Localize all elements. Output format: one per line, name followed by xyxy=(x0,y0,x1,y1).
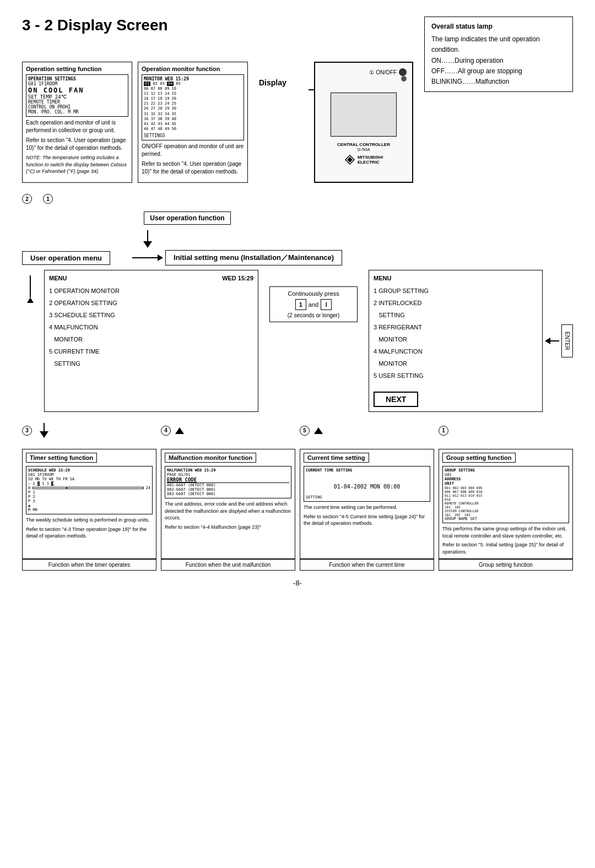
menu-header-row: User operation menu Initial setting menu… xyxy=(22,250,573,265)
current-time-desc: The current time setting can be performe… xyxy=(304,504,430,511)
current-time-refer: Refer to section "4-5 Current time setti… xyxy=(304,513,430,527)
operation-setting-lcd: OPERATION SETTINGS G01 1F1ROOM ON COOL F… xyxy=(26,74,128,117)
page-number: -8- xyxy=(22,579,573,587)
operation-monitor-lcd: MONITOR WED 15:29 01 02 03 04 05 06 07 0… xyxy=(142,74,244,140)
bottom-section: 3 4 5 1 Timer setting function xyxy=(22,423,573,571)
user-op-function-section: 2 1 User operation function xyxy=(22,194,573,225)
menu-boxes-row: MENU WED 15:29 1 OPERATION MONITOR 2 OPE… xyxy=(44,270,573,412)
lcd-op-line3: ON COOL FAN xyxy=(28,86,126,94)
controller-dot xyxy=(401,76,407,82)
init-item-4: 4 MALFUNCTION MONITOR xyxy=(374,345,538,370)
footer-group: Group setting function xyxy=(439,559,573,571)
group-func-box: Group setting function GROUP SETTING G01… xyxy=(439,449,573,559)
malfunction-lcd: MALFUNCTION WED 15:29 PAGE 01/01 ERROR C… xyxy=(165,466,291,498)
menu-panel-header: MENU WED 15:29 xyxy=(49,275,253,281)
current-time-func-title: Current time setting xyxy=(304,453,369,463)
on-off-label: ① ON/OFF xyxy=(369,68,407,76)
op-setting-desc2: Refer to section "4. User operation (pag… xyxy=(26,137,128,152)
next-box: NEXT xyxy=(374,392,418,407)
current-time-lcd: CURRENT TIME SETTING 01-04-2002 MON 00:0… xyxy=(304,466,430,502)
display-device-area: Display ① ON/OFF CENTRAL CONTROLLER G-50… xyxy=(259,62,573,183)
user-op-function-box: User operation function xyxy=(144,211,230,225)
timer-func-box: Timer setting function SCHEDULE WED 15:2… xyxy=(22,449,156,559)
controller-model: G-50A xyxy=(357,147,370,152)
menu-item-4: 4 MALFUNCTION MONITOR xyxy=(49,321,253,345)
flow-section: User operation menu Initial setting menu… xyxy=(22,230,573,412)
enter-area: ENTER xyxy=(548,270,573,412)
operation-monitor-title: Operation monitor function xyxy=(142,66,244,72)
monitor-settings-btn: SETTINGS xyxy=(144,133,242,138)
controller-label: CENTRAL CONTROLLER xyxy=(337,142,390,147)
bottom-functions-row: Timer setting function SCHEDULE WED 15:2… xyxy=(22,449,573,559)
error-code-title: ERROR CODE xyxy=(167,477,289,483)
num-1-bottom: 1 xyxy=(439,426,448,436)
init-item-1: 1 GROUP SETTING xyxy=(374,285,538,297)
press-keys: 1 and I xyxy=(275,299,351,310)
operation-monitor-box: Operation monitor function MONITOR WED 1… xyxy=(138,62,248,183)
footer-malfunction: Function when the unit malfunction xyxy=(161,559,295,571)
malfunction-func-box: Malfunction monitor function MALFUNCTION… xyxy=(161,449,295,559)
init-item-2: 2 INTERLOCKED SETTING xyxy=(374,297,538,321)
user-menu-panel: MENU WED 15:29 1 OPERATION MONITOR 2 OPE… xyxy=(44,270,258,412)
continuously-press-box: Continuously press 1 and I (2 seconds or… xyxy=(269,286,358,322)
current-time-func-box: Current time setting CURRENT TIME SETTIN… xyxy=(300,449,434,559)
monitor-desc: ON/OFF operation and monitor of unit are… xyxy=(142,143,244,158)
menu-item-2: 2 OPERATION SETTING xyxy=(49,297,253,309)
continuously-press-area: Continuously press 1 and I (2 seconds or… xyxy=(269,270,358,412)
controller-device: ① ON/OFF CENTRAL CONTROLLER G-50A MITSUB… xyxy=(314,62,413,183)
key-2: I xyxy=(321,299,332,310)
brand-text: MITSUBISHI ELECTRIC xyxy=(358,155,383,165)
menu-item-1: 1 OPERATION MONITOR xyxy=(49,285,253,297)
malfunction-desc: The unit address, error code and the uni… xyxy=(165,501,291,522)
monitor-grid: 01 02 03 04 05 06 07 08 09 10 11 12 13 1… xyxy=(144,82,242,132)
group-func-title: Group setting function xyxy=(442,453,516,463)
operation-setting-title: Operation setting function xyxy=(26,66,128,72)
status-lamp-title: Overall status lamp xyxy=(431,21,566,32)
controller-screen xyxy=(331,93,397,137)
malfunction-func-title: Malfunction monitor function xyxy=(165,453,256,463)
timer-lcd: SCHEDULE WED 15:29 G01 1F1ROOM SU MO TU … xyxy=(26,466,153,514)
user-op-menu-box: User operation menu xyxy=(22,251,110,265)
timer-func-title: Timer setting function xyxy=(26,453,97,463)
num-4: 4 xyxy=(161,426,171,436)
bottom-num-row: 3 4 5 1 xyxy=(22,423,573,438)
group-desc: This performs the same group settings of… xyxy=(442,525,569,539)
operation-setting-box: Operation setting function OPERATION SET… xyxy=(22,62,132,183)
num-circle-2: 2 xyxy=(22,194,32,204)
timer-refer: Refer to section "4-3 Timer operation (p… xyxy=(26,526,153,540)
num-5: 5 xyxy=(300,426,310,436)
initial-setting-menu-box: Initial setting menu (Installation／Maint… xyxy=(165,250,342,265)
num-circle-1: 1 xyxy=(43,194,53,204)
current-time-display: 01-04-2002 MON 00:00 xyxy=(306,484,428,490)
timer-desc: The weekly schedule setting is performed… xyxy=(26,517,153,524)
malfunction-refer: Refer to section "4-4 Malfunction (page … xyxy=(165,524,291,531)
menu-item-3: 3 SCHEDULE SETTING xyxy=(49,309,253,321)
num-3: 3 xyxy=(22,426,32,436)
lcd-op-line5: REMOTE TIMER xyxy=(28,100,126,105)
group-refer: Refer to section "5. Initial setting (pa… xyxy=(442,541,569,555)
status-lamp-desc: The lamp indicates the unit operation co… xyxy=(431,34,566,55)
init-item-3: 3 REFRIGERANT MONITOR xyxy=(374,321,538,345)
initial-menu-header: MENU xyxy=(374,275,538,281)
display-label: Display xyxy=(259,78,286,87)
menu-item-5: 5 CURRENT TIME SETTING xyxy=(49,345,253,370)
lcd-op-line2: G01 1F1ROOM xyxy=(28,82,126,86)
footer-timer: Function when the timer operates xyxy=(22,559,156,571)
lcd-op-line6: CONTROL ON PROHI xyxy=(28,105,126,110)
lcd-op-line1: OPERATION SETTINGS xyxy=(28,77,126,82)
footer-current-time: Function when the current time xyxy=(300,559,434,571)
mitsubishi-logo: MITSUBISHI ELECTRIC xyxy=(344,154,383,165)
monitor-refer: Refer to section "4. User operation (pag… xyxy=(142,160,244,176)
op-setting-note: NOTE: The temperature setting includes a… xyxy=(26,154,128,175)
op-setting-desc1: Each operation and monitor of unit is pe… xyxy=(26,119,128,134)
initial-menu-area: MENU 1 GROUP SETTING 2 INTERLOCKED SETTI… xyxy=(369,270,573,412)
footer-labels: Function when the timer operates Functio… xyxy=(22,559,573,571)
init-item-5: 5 USER SETTING xyxy=(374,370,538,382)
initial-menu-items: 1 GROUP SETTING 2 INTERLOCKED SETTING 3 … xyxy=(374,285,538,382)
initial-menu-panel: MENU 1 GROUP SETTING 2 INTERLOCKED SETTI… xyxy=(369,270,543,412)
enter-button[interactable]: ENTER xyxy=(561,324,573,357)
lcd-op-buttons: MON. PRO. COL. M MR xyxy=(28,110,126,115)
key-1: 1 xyxy=(295,299,306,310)
lcd-op-line4: SET TEMP 24℃ xyxy=(28,94,126,100)
menu-panel-items: 1 OPERATION MONITOR 2 OPERATION SETTING … xyxy=(49,285,253,370)
